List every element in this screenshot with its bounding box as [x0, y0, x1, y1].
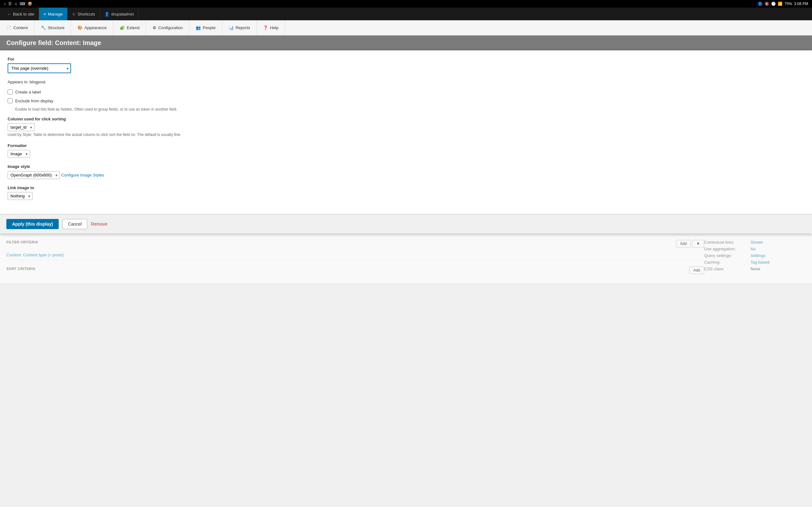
filter-add-dropdown[interactable]: ▼ — [692, 240, 704, 247]
query-settings-row: Query settings: Settings — [704, 253, 806, 258]
shortcuts-button[interactable]: ☆ Shortcuts — [67, 8, 100, 20]
image-style-wrapper: OpenGraph (600x600) ▼ — [8, 171, 60, 179]
admin-toolbar: ← Back to site ≡ Manage ☆ Shortcuts 👤 dr… — [0, 8, 812, 20]
user-icon: 👤 — [104, 12, 109, 16]
configure-field-dialog: For This page (override) All displays Te… — [0, 50, 812, 233]
status-bar-left: ♪ ☰ ♫ ⌨ 📦 — [4, 2, 32, 6]
background-content: Contextual links: Shown Use aggregation:… — [0, 233, 812, 283]
formatter-group: Formatter Image ▼ — [8, 143, 804, 158]
reports-icon: 📊 — [229, 25, 234, 30]
formatter-label: Formatter — [8, 143, 804, 148]
image-style-group: Image style OpenGraph (600x600) ▼ Config… — [8, 164, 804, 179]
star-icon: ☆ — [72, 12, 76, 16]
nav-help[interactable]: ❓ Help — [257, 20, 285, 35]
use-aggregation-value[interactable]: No — [751, 246, 756, 251]
link-image-wrapper: Nothing ▼ — [8, 192, 33, 200]
filter-criteria-header: FILTER CRITERIA — [6, 240, 38, 244]
status-icon-2: ☰ — [8, 2, 12, 6]
caching-value[interactable]: Tag based — [751, 260, 769, 265]
formatter-select[interactable]: Image — [8, 150, 30, 158]
create-label-checkbox[interactable] — [8, 89, 13, 95]
current-time: 3:08 PM — [794, 2, 808, 6]
appearance-icon: 🎨 — [78, 25, 83, 30]
dialog-actions: Apply (this display) Cancel Remove — [0, 214, 812, 233]
css-class-value: None — [751, 267, 760, 271]
use-aggregation-label: Use aggregation: — [704, 246, 749, 251]
for-field-group: For This page (override) All displays Te… — [8, 57, 804, 73]
configure-dialog-body: For This page (override) All displays Te… — [0, 50, 812, 214]
dialog-container: For This page (override) All displays Te… — [0, 50, 812, 283]
back-to-site-button[interactable]: ← Back to site — [3, 8, 39, 20]
nav-extend[interactable]: 🧩 Extend — [113, 20, 146, 35]
query-settings-label: Query settings: — [704, 253, 749, 258]
remove-button[interactable]: Remove — [91, 222, 107, 227]
status-bar-right: 🔵 🔇 🕐 📶 75% 3:08 PM — [758, 2, 808, 6]
nav-people[interactable]: 👥 People — [189, 20, 222, 35]
status-icon-4: ⌨ — [20, 2, 25, 6]
configuration-icon: ⚙ — [153, 25, 156, 30]
nav-appearance[interactable]: 🎨 Appearance — [71, 20, 113, 35]
filter-item-link[interactable]: Content: Content type (= posts) — [6, 252, 64, 257]
configure-image-styles-link[interactable]: Configure Image Styles — [61, 173, 104, 177]
manage-icon: ≡ — [44, 12, 46, 16]
query-settings-value[interactable]: Settings — [751, 253, 765, 258]
column-sort-select[interactable]: target_id — [8, 123, 35, 131]
caching-label: Caching: — [704, 260, 749, 265]
manage-button[interactable]: ≡ Manage — [39, 8, 67, 20]
caching-row: Caching: Tag based — [704, 260, 806, 265]
image-style-select[interactable]: OpenGraph (600x600) — [8, 171, 60, 179]
image-style-label: Image style — [8, 164, 804, 169]
create-label-row: Create a label — [8, 89, 804, 95]
structure-icon: 🔧 — [41, 25, 46, 30]
css-class-row: CSS class: None — [704, 267, 806, 271]
create-label-text[interactable]: Create a label — [15, 90, 41, 95]
help-icon: ❓ — [263, 25, 268, 30]
status-bar: ♪ ☰ ♫ ⌨ 📦 🔵 🔇 🕐 📶 75% 3:08 PM — [0, 0, 812, 8]
people-icon: 👥 — [196, 25, 201, 30]
for-select[interactable]: This page (override) All displays Teaser… — [8, 63, 71, 73]
drupal-nav: 📄 Content 🔧 Structure 🎨 Appearance 🧩 Ext… — [0, 20, 812, 36]
mute-icon: 🔇 — [764, 2, 769, 6]
exclude-display-row: Exclude from display — [8, 98, 804, 103]
clock-icon: 🕐 — [771, 2, 776, 6]
nav-reports[interactable]: 📊 Reports — [222, 20, 257, 35]
nav-content[interactable]: 📄 Content — [0, 20, 35, 35]
contextual-links-value[interactable]: Shown — [751, 240, 763, 245]
bluetooth-icon: 🔵 — [758, 2, 763, 6]
filter-item-row: Content: Content type (= posts) — [6, 250, 704, 260]
extend-icon: 🧩 — [119, 25, 125, 30]
status-icon-1: ♪ — [4, 2, 6, 6]
cancel-button[interactable]: Cancel — [62, 219, 87, 229]
nav-structure[interactable]: 🔧 Structure — [35, 20, 71, 35]
link-image-select[interactable]: Nothing — [8, 192, 33, 200]
for-select-wrapper: This page (override) All displays Teaser… — [8, 63, 71, 73]
content-icon: 📄 — [6, 25, 11, 30]
user-button[interactable]: 👤 drupaladmin — [100, 8, 139, 20]
column-sort-wrapper: target_id ▼ — [8, 123, 35, 131]
sort-criteria-header: SORT CRITERIA — [6, 267, 36, 271]
nav-configuration[interactable]: ⚙ Configuration — [146, 20, 189, 35]
sort-criteria-section: SORT CRITERIA Add — [6, 267, 806, 274]
back-arrow-icon: ← — [7, 12, 11, 16]
for-label: For — [8, 57, 804, 61]
status-icon-3: ♫ — [14, 2, 17, 6]
apply-button[interactable]: Apply (this display) — [6, 219, 59, 229]
link-image-group: Link image to Nothing ▼ — [8, 185, 804, 200]
exclude-display-text[interactable]: Exclude from display — [15, 99, 53, 103]
link-image-label: Link image to — [8, 185, 804, 190]
column-sort-description: Used by Style: Table to determine the ac… — [8, 132, 804, 137]
exclude-display-checkbox[interactable] — [8, 98, 13, 103]
filter-criteria-section: FILTER CRITERIA Add ▼ Content: Content t… — [6, 240, 806, 260]
battery-level: 75% — [784, 2, 792, 6]
use-aggregation-row: Use aggregation: No — [704, 246, 806, 251]
formatter-wrapper: Image ▼ — [8, 150, 30, 158]
sort-add-button[interactable]: Add — [689, 267, 704, 274]
column-sort-group: Column used for click sorting target_id … — [8, 117, 804, 137]
appears-in-text: Appears in: blogpost. — [8, 79, 804, 84]
css-class-label: CSS class: — [704, 267, 749, 271]
right-panel: Contextual links: Shown Use aggregation:… — [704, 240, 806, 273]
exclude-display-description: Enable to load this field as hidden. Oft… — [15, 107, 804, 112]
filter-add-button[interactable]: Add — [676, 240, 691, 247]
contextual-links-label: Contextual links: — [704, 240, 749, 245]
page-title: Configure field: Content: Image — [6, 39, 101, 46]
